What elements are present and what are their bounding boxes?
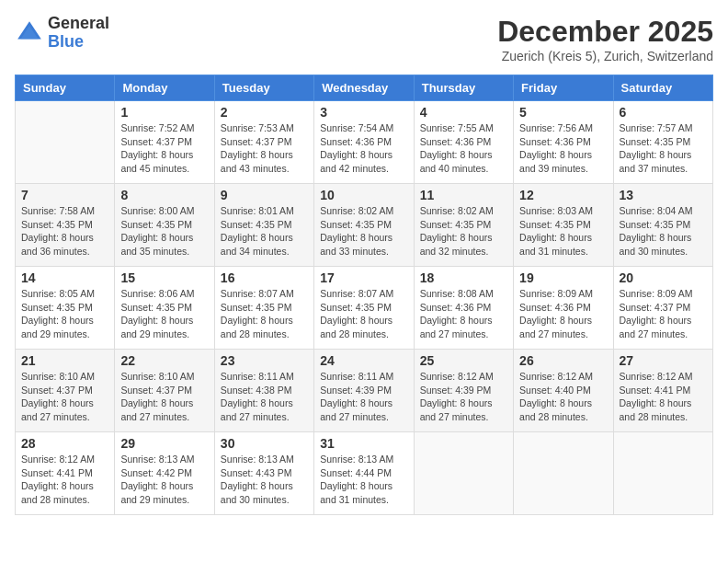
day-number: 21: [21, 353, 108, 368]
day-number: 29: [120, 436, 208, 451]
day-info: Sunrise: 8:11 AM Sunset: 4:39 PM Dayligh…: [320, 370, 407, 424]
day-number: 23: [221, 353, 308, 368]
calendar-cell: 23Sunrise: 8:11 AM Sunset: 4:38 PM Dayli…: [214, 350, 313, 432]
day-info: Sunrise: 8:07 AM Sunset: 4:35 PM Dayligh…: [221, 287, 308, 341]
calendar-cell: 1Sunrise: 7:52 AM Sunset: 4:37 PM Daylig…: [115, 101, 214, 184]
location-subtitle: Zuerich (Kreis 5), Zurich, Switzerland: [497, 49, 713, 63]
calendar-cell: 31Sunrise: 8:13 AM Sunset: 4:44 PM Dayli…: [314, 432, 414, 515]
calendar-cell: 14Sunrise: 8:05 AM Sunset: 4:35 PM Dayli…: [16, 267, 115, 350]
day-info: Sunrise: 7:53 AM Sunset: 4:37 PM Dayligh…: [221, 121, 308, 176]
header-tuesday: Tuesday: [214, 75, 313, 101]
day-info: Sunrise: 8:13 AM Sunset: 4:42 PM Dayligh…: [120, 453, 208, 507]
calendar-cell: 18Sunrise: 8:08 AM Sunset: 4:36 PM Dayli…: [414, 267, 513, 350]
day-number: 6: [620, 105, 707, 120]
day-number: 17: [320, 270, 407, 285]
logo-text: General Blue: [48, 15, 109, 52]
day-number: 22: [120, 353, 208, 368]
day-info: Sunrise: 8:07 AM Sunset: 4:35 PM Dayligh…: [320, 287, 407, 341]
calendar-cell: 29Sunrise: 8:13 AM Sunset: 4:42 PM Dayli…: [115, 432, 214, 515]
header-wednesday: Wednesday: [314, 75, 414, 101]
day-number: 13: [620, 188, 707, 202]
day-info: Sunrise: 8:03 AM Sunset: 4:35 PM Dayligh…: [519, 204, 607, 259]
day-number: 1: [120, 105, 208, 120]
day-number: 24: [320, 353, 407, 368]
calendar-header-row: SundayMondayTuesdayWednesdayThursdayFrid…: [16, 75, 713, 101]
calendar-cell: 30Sunrise: 8:13 AM Sunset: 4:43 PM Dayli…: [214, 432, 313, 515]
calendar-cell: [16, 101, 115, 184]
day-number: 31: [320, 436, 407, 451]
day-number: 7: [21, 188, 108, 202]
day-info: Sunrise: 8:10 AM Sunset: 4:37 PM Dayligh…: [120, 370, 208, 424]
calendar-cell: 21Sunrise: 8:10 AM Sunset: 4:37 PM Dayli…: [16, 350, 115, 432]
calendar-cell: 11Sunrise: 8:02 AM Sunset: 4:35 PM Dayli…: [414, 184, 513, 267]
day-info: Sunrise: 8:13 AM Sunset: 4:44 PM Dayligh…: [320, 453, 407, 507]
month-title: December 2025: [497, 15, 713, 49]
calendar-cell: 9Sunrise: 8:01 AM Sunset: 4:35 PM Daylig…: [214, 184, 313, 267]
day-number: 18: [420, 270, 507, 285]
day-number: 20: [620, 270, 707, 285]
day-number: 14: [21, 270, 108, 285]
day-info: Sunrise: 8:08 AM Sunset: 4:36 PM Dayligh…: [420, 287, 507, 341]
calendar-cell: 12Sunrise: 8:03 AM Sunset: 4:35 PM Dayli…: [514, 184, 613, 267]
day-info: Sunrise: 8:04 AM Sunset: 4:35 PM Dayligh…: [620, 204, 707, 259]
calendar-week-row: 7Sunrise: 7:58 AM Sunset: 4:35 PM Daylig…: [16, 184, 713, 267]
calendar-cell: 8Sunrise: 8:00 AM Sunset: 4:35 PM Daylig…: [115, 184, 214, 267]
page-header: General Blue December 2025 Zuerich (Krei…: [15, 15, 713, 63]
header-friday: Friday: [514, 75, 613, 101]
day-number: 9: [221, 188, 308, 202]
header-saturday: Saturday: [613, 75, 712, 101]
logo-icon: [15, 18, 44, 48]
calendar-cell: [613, 432, 712, 515]
day-number: 10: [320, 188, 407, 202]
header-thursday: Thursday: [414, 75, 513, 101]
calendar-cell: 20Sunrise: 8:09 AM Sunset: 4:37 PM Dayli…: [613, 267, 712, 350]
day-info: Sunrise: 7:55 AM Sunset: 4:36 PM Dayligh…: [420, 121, 507, 176]
day-number: 4: [420, 105, 507, 120]
calendar-cell: 15Sunrise: 8:06 AM Sunset: 4:35 PM Dayli…: [115, 267, 214, 350]
calendar-cell: 3Sunrise: 7:54 AM Sunset: 4:36 PM Daylig…: [314, 101, 414, 184]
calendar-cell: 28Sunrise: 8:12 AM Sunset: 4:41 PM Dayli…: [16, 432, 115, 515]
calendar-cell: 17Sunrise: 8:07 AM Sunset: 4:35 PM Dayli…: [314, 267, 414, 350]
day-number: 27: [620, 353, 707, 368]
day-info: Sunrise: 8:11 AM Sunset: 4:38 PM Dayligh…: [221, 370, 308, 424]
calendar-cell: 2Sunrise: 7:53 AM Sunset: 4:37 PM Daylig…: [214, 101, 313, 184]
day-info: Sunrise: 8:12 AM Sunset: 4:39 PM Dayligh…: [420, 370, 507, 424]
day-number: 16: [221, 270, 308, 285]
calendar-cell: 22Sunrise: 8:10 AM Sunset: 4:37 PM Dayli…: [115, 350, 214, 432]
logo-blue-text: Blue: [48, 33, 109, 52]
calendar-cell: 24Sunrise: 8:11 AM Sunset: 4:39 PM Dayli…: [314, 350, 414, 432]
day-number: 11: [420, 188, 507, 202]
day-info: Sunrise: 8:01 AM Sunset: 4:35 PM Dayligh…: [221, 204, 308, 259]
day-info: Sunrise: 7:57 AM Sunset: 4:35 PM Dayligh…: [620, 121, 707, 176]
day-info: Sunrise: 8:02 AM Sunset: 4:35 PM Dayligh…: [320, 204, 407, 259]
day-info: Sunrise: 8:12 AM Sunset: 4:41 PM Dayligh…: [620, 370, 707, 424]
day-number: 25: [420, 353, 507, 368]
day-info: Sunrise: 8:13 AM Sunset: 4:43 PM Dayligh…: [221, 453, 308, 507]
calendar-week-row: 21Sunrise: 8:10 AM Sunset: 4:37 PM Dayli…: [16, 350, 713, 432]
calendar-cell: [414, 432, 513, 515]
day-number: 12: [519, 188, 607, 202]
calendar-cell: 13Sunrise: 8:04 AM Sunset: 4:35 PM Dayli…: [613, 184, 712, 267]
calendar-cell: 5Sunrise: 7:56 AM Sunset: 4:36 PM Daylig…: [514, 101, 613, 184]
header-sunday: Sunday: [16, 75, 115, 101]
day-info: Sunrise: 8:10 AM Sunset: 4:37 PM Dayligh…: [21, 370, 108, 424]
day-info: Sunrise: 8:09 AM Sunset: 4:36 PM Dayligh…: [519, 287, 607, 341]
day-number: 30: [221, 436, 308, 451]
day-number: 2: [221, 105, 308, 120]
calendar-week-row: 14Sunrise: 8:05 AM Sunset: 4:35 PM Dayli…: [16, 267, 713, 350]
day-info: Sunrise: 8:09 AM Sunset: 4:37 PM Dayligh…: [620, 287, 707, 341]
day-number: 5: [519, 105, 607, 120]
day-info: Sunrise: 7:52 AM Sunset: 4:37 PM Dayligh…: [120, 121, 208, 176]
day-info: Sunrise: 8:05 AM Sunset: 4:35 PM Dayligh…: [21, 287, 108, 341]
calendar-cell: 26Sunrise: 8:12 AM Sunset: 4:40 PM Dayli…: [514, 350, 613, 432]
day-number: 26: [519, 353, 607, 368]
day-info: Sunrise: 8:06 AM Sunset: 4:35 PM Dayligh…: [120, 287, 208, 341]
calendar-week-row: 1Sunrise: 7:52 AM Sunset: 4:37 PM Daylig…: [16, 101, 713, 184]
calendar-cell: 4Sunrise: 7:55 AM Sunset: 4:36 PM Daylig…: [414, 101, 513, 184]
calendar-cell: 27Sunrise: 8:12 AM Sunset: 4:41 PM Dayli…: [613, 350, 712, 432]
calendar-cell: 25Sunrise: 8:12 AM Sunset: 4:39 PM Dayli…: [414, 350, 513, 432]
calendar-cell: 19Sunrise: 8:09 AM Sunset: 4:36 PM Dayli…: [514, 267, 613, 350]
calendar-week-row: 28Sunrise: 8:12 AM Sunset: 4:41 PM Dayli…: [16, 432, 713, 515]
day-number: 19: [519, 270, 607, 285]
title-area: December 2025 Zuerich (Kreis 5), Zurich,…: [497, 15, 713, 63]
